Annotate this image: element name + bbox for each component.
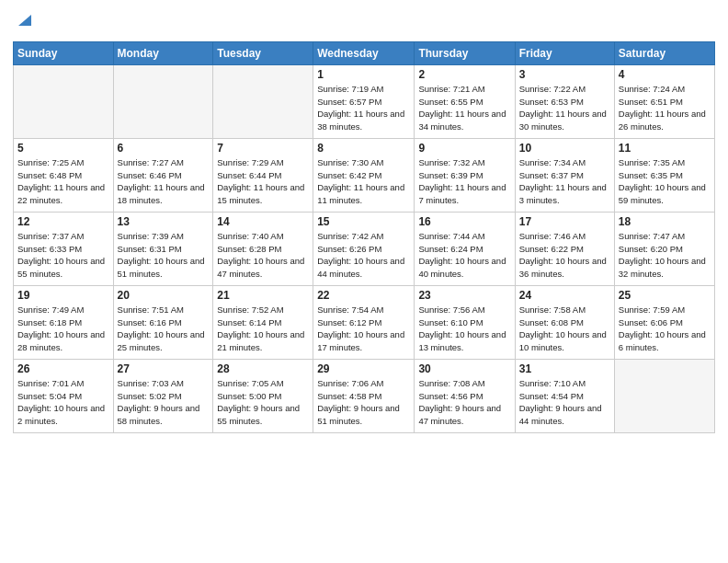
day-cell: 5Sunrise: 7:25 AM Sunset: 6:48 PM Daylig…	[14, 138, 114, 212]
day-number: 27	[118, 362, 210, 375]
day-number: 1	[317, 68, 410, 81]
day-info: Sunrise: 7:19 AM Sunset: 6:57 PM Dayligh…	[317, 83, 410, 133]
day-number: 20	[118, 289, 210, 302]
weekday-header-saturday: Saturday	[614, 41, 714, 64]
logo	[13, 9, 35, 34]
day-info: Sunrise: 7:34 AM Sunset: 6:37 PM Dayligh…	[519, 156, 610, 207]
day-number: 30	[418, 362, 510, 375]
day-info: Sunrise: 7:24 AM Sunset: 6:51 PM Dayligh…	[619, 83, 711, 133]
day-info: Sunrise: 7:58 AM Sunset: 6:08 PM Dayligh…	[519, 304, 610, 354]
day-info: Sunrise: 7:10 AM Sunset: 4:54 PM Dayligh…	[519, 377, 610, 428]
day-info: Sunrise: 7:03 AM Sunset: 5:02 PM Dayligh…	[118, 377, 210, 428]
day-cell: 20Sunrise: 7:51 AM Sunset: 6:16 PM Dayli…	[113, 285, 213, 359]
day-number: 19	[17, 289, 109, 302]
weekday-header-tuesday: Tuesday	[213, 41, 313, 64]
day-number: 9	[418, 142, 510, 155]
day-number: 26	[17, 362, 109, 375]
day-number: 2	[418, 68, 510, 81]
day-cell	[213, 64, 313, 138]
day-cell: 23Sunrise: 7:56 AM Sunset: 6:10 PM Dayli…	[415, 285, 515, 359]
day-number: 11	[619, 142, 711, 155]
weekday-header-friday: Friday	[515, 41, 614, 64]
day-cell: 17Sunrise: 7:46 AM Sunset: 6:22 PM Dayli…	[515, 212, 614, 285]
day-info: Sunrise: 7:59 AM Sunset: 6:06 PM Dayligh…	[619, 304, 711, 354]
day-cell: 19Sunrise: 7:49 AM Sunset: 6:18 PM Dayli…	[14, 285, 114, 359]
day-info: Sunrise: 7:25 AM Sunset: 6:48 PM Dayligh…	[17, 156, 109, 207]
day-cell: 24Sunrise: 7:58 AM Sunset: 6:08 PM Dayli…	[515, 285, 614, 359]
day-number: 25	[619, 289, 711, 302]
weekday-header-monday: Monday	[113, 41, 213, 64]
day-info: Sunrise: 7:05 AM Sunset: 5:00 PM Dayligh…	[217, 377, 309, 428]
weekday-header-row: SundayMondayTuesdayWednesdayThursdayFrid…	[14, 41, 715, 64]
day-info: Sunrise: 7:47 AM Sunset: 6:20 PM Dayligh…	[619, 230, 711, 281]
day-info: Sunrise: 7:37 AM Sunset: 6:33 PM Dayligh…	[17, 230, 109, 281]
day-number: 21	[217, 289, 309, 302]
day-number: 8	[317, 142, 410, 155]
day-cell: 10Sunrise: 7:34 AM Sunset: 6:37 PM Dayli…	[515, 138, 614, 212]
day-info: Sunrise: 7:49 AM Sunset: 6:18 PM Dayligh…	[17, 304, 109, 354]
day-cell: 25Sunrise: 7:59 AM Sunset: 6:06 PM Dayli…	[614, 285, 714, 359]
day-number: 7	[217, 142, 309, 155]
day-cell: 16Sunrise: 7:44 AM Sunset: 6:24 PM Dayli…	[415, 212, 515, 285]
day-cell: 14Sunrise: 7:40 AM Sunset: 6:28 PM Dayli…	[213, 212, 313, 285]
day-cell	[113, 64, 213, 138]
day-cell: 9Sunrise: 7:32 AM Sunset: 6:39 PM Daylig…	[415, 138, 515, 212]
day-number: 5	[17, 142, 109, 155]
day-info: Sunrise: 7:30 AM Sunset: 6:42 PM Dayligh…	[317, 156, 410, 207]
week-row-2: 5Sunrise: 7:25 AM Sunset: 6:48 PM Daylig…	[14, 138, 715, 212]
day-info: Sunrise: 7:46 AM Sunset: 6:22 PM Dayligh…	[519, 230, 610, 281]
day-info: Sunrise: 7:54 AM Sunset: 6:12 PM Dayligh…	[317, 304, 410, 354]
day-cell: 31Sunrise: 7:10 AM Sunset: 4:54 PM Dayli…	[515, 359, 614, 432]
day-cell: 13Sunrise: 7:39 AM Sunset: 6:31 PM Dayli…	[113, 212, 213, 285]
week-row-3: 12Sunrise: 7:37 AM Sunset: 6:33 PM Dayli…	[14, 212, 715, 285]
day-info: Sunrise: 7:08 AM Sunset: 4:56 PM Dayligh…	[418, 377, 510, 428]
day-info: Sunrise: 7:29 AM Sunset: 6:44 PM Dayligh…	[217, 156, 309, 207]
day-cell	[614, 359, 714, 432]
day-number: 3	[519, 68, 610, 81]
day-number: 6	[118, 142, 210, 155]
day-number: 4	[619, 68, 711, 81]
logo-triangle-icon	[15, 9, 35, 29]
day-cell: 27Sunrise: 7:03 AM Sunset: 5:02 PM Dayli…	[113, 359, 213, 432]
day-cell: 28Sunrise: 7:05 AM Sunset: 5:00 PM Dayli…	[213, 359, 313, 432]
day-number: 22	[317, 289, 410, 302]
day-info: Sunrise: 7:42 AM Sunset: 6:26 PM Dayligh…	[317, 230, 410, 281]
day-info: Sunrise: 7:35 AM Sunset: 6:35 PM Dayligh…	[619, 156, 711, 207]
day-info: Sunrise: 7:06 AM Sunset: 4:58 PM Dayligh…	[317, 377, 410, 428]
day-cell: 3Sunrise: 7:22 AM Sunset: 6:53 PM Daylig…	[515, 64, 614, 138]
day-cell	[14, 64, 114, 138]
day-number: 15	[317, 215, 410, 228]
day-cell: 15Sunrise: 7:42 AM Sunset: 6:26 PM Dayli…	[313, 212, 415, 285]
day-number: 31	[519, 362, 610, 375]
day-number: 23	[418, 289, 510, 302]
day-cell: 7Sunrise: 7:29 AM Sunset: 6:44 PM Daylig…	[213, 138, 313, 212]
day-info: Sunrise: 7:21 AM Sunset: 6:55 PM Dayligh…	[418, 83, 510, 133]
day-number: 13	[118, 215, 210, 228]
day-number: 10	[519, 142, 610, 155]
day-cell: 21Sunrise: 7:52 AM Sunset: 6:14 PM Dayli…	[213, 285, 313, 359]
day-number: 24	[519, 289, 610, 302]
header	[13, 9, 715, 34]
day-info: Sunrise: 7:27 AM Sunset: 6:46 PM Dayligh…	[118, 156, 210, 207]
day-number: 18	[619, 215, 711, 228]
day-info: Sunrise: 7:39 AM Sunset: 6:31 PM Dayligh…	[118, 230, 210, 281]
day-number: 17	[519, 215, 610, 228]
day-info: Sunrise: 7:01 AM Sunset: 5:04 PM Dayligh…	[17, 377, 109, 428]
day-cell: 26Sunrise: 7:01 AM Sunset: 5:04 PM Dayli…	[14, 359, 114, 432]
calendar-table: SundayMondayTuesdayWednesdayThursdayFrid…	[13, 41, 715, 433]
day-cell: 30Sunrise: 7:08 AM Sunset: 4:56 PM Dayli…	[415, 359, 515, 432]
weekday-header-sunday: Sunday	[14, 41, 114, 64]
day-info: Sunrise: 7:52 AM Sunset: 6:14 PM Dayligh…	[217, 304, 309, 354]
day-cell: 6Sunrise: 7:27 AM Sunset: 6:46 PM Daylig…	[113, 138, 213, 212]
day-info: Sunrise: 7:22 AM Sunset: 6:53 PM Dayligh…	[519, 83, 610, 133]
day-number: 12	[17, 215, 109, 228]
week-row-1: 1Sunrise: 7:19 AM Sunset: 6:57 PM Daylig…	[14, 64, 715, 138]
svg-marker-0	[18, 15, 31, 26]
day-number: 14	[217, 215, 309, 228]
day-info: Sunrise: 7:56 AM Sunset: 6:10 PM Dayligh…	[418, 304, 510, 354]
week-row-5: 26Sunrise: 7:01 AM Sunset: 5:04 PM Dayli…	[14, 359, 715, 432]
day-info: Sunrise: 7:40 AM Sunset: 6:28 PM Dayligh…	[217, 230, 309, 281]
weekday-header-thursday: Thursday	[415, 41, 515, 64]
day-number: 16	[418, 215, 510, 228]
day-cell: 1Sunrise: 7:19 AM Sunset: 6:57 PM Daylig…	[313, 64, 415, 138]
